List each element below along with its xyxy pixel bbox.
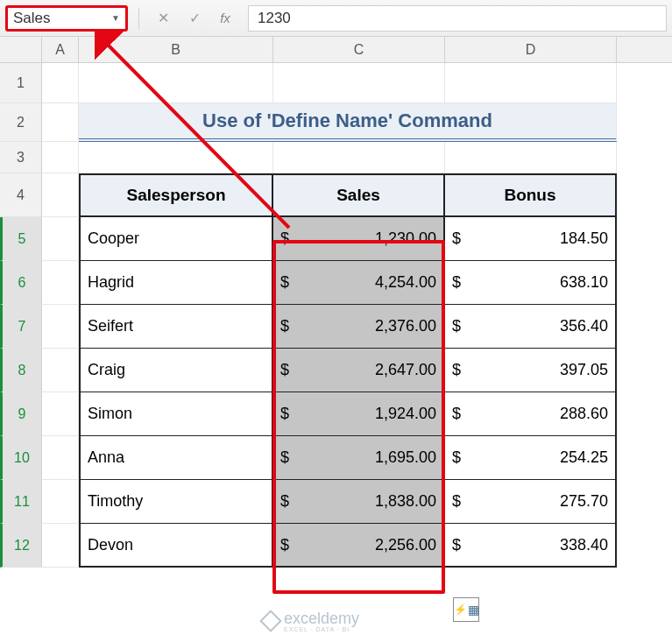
row-header-8[interactable]: 8	[0, 349, 42, 392]
cell[interactable]	[42, 480, 79, 524]
sales-cell[interactable]: $2,376.00	[273, 305, 445, 349]
sales-cell[interactable]: $2,256.00	[273, 524, 445, 568]
currency-symbol: $	[452, 405, 461, 423]
currency-symbol: $	[280, 536, 289, 554]
table-icon: ▦	[468, 603, 479, 617]
worksheet: A B C D 1 2 3 4 5 6 7 8 9 10 11 12	[0, 37, 672, 568]
row-header-6[interactable]: 6	[0, 261, 42, 305]
bonus-value: 356.40	[560, 317, 608, 335]
currency-symbol: $	[280, 492, 289, 511]
row-header-2[interactable]: 2	[0, 103, 42, 142]
formula-input[interactable]: 1230	[248, 5, 667, 32]
row-header-7[interactable]: 7	[0, 305, 42, 349]
row-header-10[interactable]: 10	[0, 436, 42, 480]
column-header-b[interactable]: B	[79, 37, 273, 62]
sales-cell[interactable]: $1,838.00	[273, 480, 445, 524]
row-header-1[interactable]: 1	[0, 63, 42, 103]
cell[interactable]	[42, 63, 79, 103]
watermark: exceldemy EXCEL · DATA · BI	[263, 610, 359, 632]
formula-bar: Sales ▼ ✕ ✓ fx 1230	[0, 0, 672, 37]
row-header-12[interactable]: 12	[0, 524, 42, 568]
cell[interactable]	[273, 63, 445, 103]
logo-icon	[259, 610, 281, 631]
cell[interactable]	[42, 305, 79, 349]
bonus-cell[interactable]: $184.50	[445, 217, 617, 261]
salesperson-cell[interactable]: Seifert	[79, 305, 273, 349]
sales-cell[interactable]: $1,695.00	[273, 436, 445, 480]
header-bonus[interactable]: Bonus	[445, 173, 617, 217]
bonus-cell[interactable]: $275.70	[445, 480, 617, 524]
cell[interactable]	[445, 63, 617, 103]
column-headers: A B C D	[0, 37, 672, 63]
cell[interactable]	[273, 142, 445, 173]
currency-symbol: $	[452, 273, 461, 292]
currency-symbol: $	[280, 229, 289, 248]
sales-value: 2,376.00	[375, 317, 436, 335]
cell[interactable]	[79, 142, 273, 173]
cell[interactable]	[79, 63, 273, 103]
header-sales[interactable]: Sales	[273, 173, 445, 217]
bonus-cell[interactable]: $356.40	[445, 305, 617, 349]
salesperson-cell[interactable]: Anna	[79, 436, 273, 480]
header-salesperson[interactable]: Salesperson	[79, 173, 273, 217]
table-row: Anna$1,695.00$254.25	[42, 436, 672, 480]
currency-symbol: $	[452, 317, 461, 335]
cell[interactable]	[42, 103, 79, 142]
watermark-text: exceldemy	[284, 610, 359, 627]
formula-value: 1230	[258, 10, 291, 27]
salesperson-cell[interactable]: Hagrid	[79, 261, 273, 305]
row-header-3[interactable]: 3	[0, 142, 42, 173]
cell[interactable]	[42, 436, 79, 480]
cell[interactable]	[42, 142, 79, 173]
divider	[138, 8, 139, 29]
currency-symbol: $	[280, 361, 289, 379]
column-header-c[interactable]: C	[273, 37, 445, 62]
cell[interactable]	[42, 217, 79, 261]
table-row: Timothy$1,838.00$275.70	[42, 480, 672, 524]
enter-formula-button[interactable]: ✓	[181, 7, 208, 30]
cell[interactable]	[42, 524, 79, 568]
title-cell[interactable]: Use of 'Define Name' Command	[79, 103, 617, 142]
currency-symbol: $	[452, 536, 461, 554]
table-row: Simon$1,924.00$288.60	[42, 392, 672, 436]
cell[interactable]	[42, 392, 79, 436]
sales-cell[interactable]: $1,924.00	[273, 392, 445, 436]
row-header-5[interactable]: 5	[0, 217, 42, 261]
salesperson-cell[interactable]: Devon	[79, 524, 273, 568]
cell[interactable]	[445, 142, 617, 173]
row-header-9[interactable]: 9	[0, 392, 42, 436]
column-header-d[interactable]: D	[445, 37, 617, 62]
name-box-value: Sales	[13, 10, 51, 27]
name-box[interactable]: Sales ▼	[5, 5, 128, 32]
sales-cell[interactable]: $1,230.00	[273, 217, 445, 261]
cell[interactable]	[42, 261, 79, 305]
currency-symbol: $	[452, 229, 461, 248]
sales-value: 1,838.00	[375, 492, 436, 511]
cancel-formula-button[interactable]: ✕	[150, 7, 176, 30]
table-row: Cooper$1,230.00$184.50	[42, 217, 672, 261]
bonus-cell[interactable]: $638.10	[445, 261, 617, 305]
row-header-4[interactable]: 4	[0, 173, 42, 217]
salesperson-cell[interactable]: Simon	[79, 392, 273, 436]
bonus-value: 638.10	[560, 273, 608, 292]
sales-value: 1,695.00	[375, 448, 436, 467]
bonus-cell[interactable]: $288.60	[445, 392, 617, 436]
row-header-11[interactable]: 11	[0, 480, 42, 524]
salesperson-cell[interactable]: Craig	[79, 349, 273, 392]
row-headers: 1 2 3 4 5 6 7 8 9 10 11 12	[0, 63, 42, 568]
bonus-cell[interactable]: $254.25	[445, 436, 617, 480]
insert-function-button[interactable]: fx	[213, 11, 237, 25]
cell[interactable]	[42, 173, 79, 217]
salesperson-cell[interactable]: Timothy	[79, 480, 273, 524]
bonus-value: 184.50	[560, 229, 608, 248]
select-all-corner[interactable]	[0, 37, 42, 62]
bonus-cell[interactable]: $338.40	[445, 524, 617, 568]
bonus-cell[interactable]: $397.05	[445, 349, 617, 392]
column-header-a[interactable]: A	[42, 37, 79, 62]
sales-value: 1,924.00	[375, 405, 436, 423]
cell[interactable]	[42, 349, 79, 392]
sales-cell[interactable]: $2,647.00	[273, 349, 445, 392]
salesperson-cell[interactable]: Cooper	[79, 217, 273, 261]
quick-analysis-button[interactable]: ⚡▦	[453, 597, 479, 622]
sales-cell[interactable]: $4,254.00	[273, 261, 445, 305]
